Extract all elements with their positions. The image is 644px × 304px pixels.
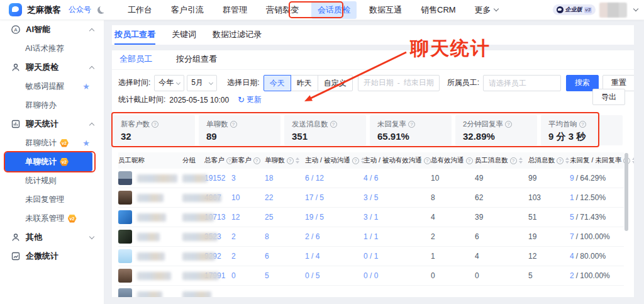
sidebar-item-10[interactable]: 未回复管理 [0, 190, 104, 209]
help-icon[interactable]: ? [352, 157, 359, 164]
brand-name: 芝麻微客 [27, 4, 61, 16]
cell-active_passive_effective[interactable]: 1 / 1 [364, 232, 431, 241]
nav-item-3[interactable]: 群管理 [216, 1, 253, 19]
sidebar-section-1[interactable]: AAI智能 [0, 20, 104, 39]
col-header-9[interactable]: 员工消息数? [475, 156, 528, 165]
cell-active_passive_effective[interactable]: 4 / 6 [364, 174, 431, 183]
help-icon[interactable]: ? [408, 121, 415, 128]
help-icon[interactable]: ? [253, 157, 260, 164]
sidebar-item-11[interactable]: 未联系管理v2 [0, 209, 104, 228]
cell-chats[interactable]: 6 [265, 252, 305, 261]
cell-chats[interactable]: 5 [265, 271, 305, 280]
date-button-3[interactable]: 自定义 [318, 75, 353, 91]
unreplied-count-link[interactable]: 4 [570, 252, 574, 261]
nav-item-4[interactable]: 营销裂变 [260, 1, 305, 19]
help-icon[interactable]: ? [152, 121, 158, 128]
nav-item-7[interactable]: 销售CRM [414, 1, 462, 19]
cell-new_customers[interactable]: 2 [231, 252, 265, 261]
sort-icon[interactable] [296, 157, 299, 164]
cell-active_passive[interactable]: 17 / 5 [305, 193, 364, 202]
cell-new_customers[interactable]: 2 [231, 232, 265, 241]
col-header-5[interactable]: 单聊数? [265, 156, 305, 165]
chart-icon [11, 119, 21, 129]
cell-chats[interactable]: 18 [265, 174, 305, 183]
date-button-1[interactable]: 今天 [264, 75, 291, 91]
sidebar-section-13[interactable]: 企微统计 [0, 247, 104, 266]
unreplied-count-link[interactable]: 5 [570, 213, 574, 222]
staff-input[interactable] [483, 75, 561, 91]
date-button-2[interactable]: 昨天 [291, 75, 318, 91]
sidebar-item-7[interactable]: 群聊统计v2★ [0, 133, 104, 152]
col-header-10[interactable]: 总消息数? [528, 156, 570, 165]
help-icon[interactable]: ? [466, 157, 473, 164]
cell-new_customers[interactable]: 10 [231, 193, 265, 202]
favorite-star-icon[interactable]: ★ [82, 139, 90, 147]
nav-item-2[interactable]: 客户引流 [165, 1, 210, 19]
tab-2[interactable]: 关键词 [172, 25, 196, 45]
col-header-8[interactable]: 总有效沟通? [431, 156, 475, 165]
help-icon[interactable]: ? [579, 121, 586, 128]
unreplied-count-link[interactable]: 1 [570, 193, 574, 202]
dark-mode-icon[interactable] [97, 6, 105, 14]
month-select[interactable]: 5月 [187, 75, 217, 91]
sidebar-item-label: 其他 [26, 232, 42, 243]
col-header-11[interactable]: 未回复 / 未回复率? [570, 156, 624, 165]
official-account-link[interactable]: 公众号 [69, 4, 91, 15]
user-avatar[interactable] [599, 3, 627, 18]
sidebar-item-2[interactable]: AI话术推荐 [0, 39, 104, 58]
help-icon[interactable]: ? [230, 121, 237, 128]
help-icon[interactable]: ? [424, 157, 431, 164]
sidebar-section-6[interactable]: 聊天统计 [0, 115, 104, 133]
col-header-7[interactable]: 主动 / 被动有效沟通? [364, 156, 431, 165]
cell-active_passive[interactable]: 2 / 6 [305, 232, 364, 241]
cell-active_passive[interactable]: 19 / 5 [305, 213, 364, 222]
date-range-input[interactable]: 开始日期 - 结束日期 [358, 75, 440, 91]
cell-active_passive_effective[interactable]: 3 / 1 [364, 213, 431, 222]
help-icon[interactable]: ? [330, 121, 337, 128]
cell-new_customers[interactable]: 3 [231, 174, 265, 183]
subtab-1[interactable]: 全部员工 [119, 53, 152, 65]
unreplied-count-link[interactable]: 9 [570, 174, 574, 183]
unreplied-count-link[interactable]: 2 [570, 271, 574, 280]
sidebar-item-5[interactable]: 群聊待办 [0, 96, 104, 115]
help-icon[interactable]: ? [287, 157, 294, 164]
sidebar-item-8[interactable]: 单聊统计v2 [5, 152, 92, 171]
nav-item-8[interactable]: 更多 [469, 1, 504, 19]
sidebar-item-9[interactable]: 统计规则 [0, 171, 104, 190]
cell-new_customers[interactable]: 12 [231, 213, 265, 222]
subtab-2[interactable]: 按分组查看 [176, 53, 217, 65]
sidebar-section-12[interactable]: 其他 [0, 228, 104, 247]
cell-new_customers[interactable]: 0 [231, 271, 265, 280]
col-header-6[interactable]: 主动 / 被动沟通? [305, 156, 364, 165]
cell-active_passive[interactable]: 6 / 12 [305, 174, 364, 183]
sidebar-section-3[interactable]: 聊天质检 [0, 58, 104, 77]
cell-active_passive[interactable]: 1 / 4 [305, 252, 364, 261]
sort-icon[interactable] [632, 157, 634, 164]
version-badge: v3 [584, 7, 592, 13]
cell-total_customers[interactable]: 19152 [204, 174, 231, 183]
tab-3[interactable]: 数据过滤记录 [213, 25, 262, 45]
nav-item-5[interactable]: 会话质检 [311, 1, 357, 19]
export-button[interactable]: 导出 [592, 89, 625, 105]
unreplied-count-link[interactable]: 7 [570, 232, 574, 241]
cell-active_passive_effective[interactable]: 0 / 1 [364, 252, 431, 261]
table-scrollbar[interactable] [625, 153, 628, 231]
cell-active_passive_effective[interactable]: 0 / 0 [364, 271, 431, 280]
sort-icon[interactable] [565, 157, 569, 164]
nav-item-1[interactable]: 工作台 [121, 1, 158, 19]
cell-chats[interactable]: 22 [265, 193, 305, 202]
sidebar-item-4[interactable]: 敏感词提醒★ [0, 77, 104, 96]
favorite-star-icon[interactable]: ★ [82, 82, 90, 91]
sort-icon[interactable] [519, 157, 523, 164]
help-icon[interactable]: ? [557, 157, 564, 164]
nav-item-6[interactable]: 数据互通 [363, 1, 408, 19]
cell-active_passive_effective[interactable]: 3 / 5 [364, 193, 431, 202]
cell-active_passive[interactable]: 0 / 5 [305, 271, 364, 280]
help-icon[interactable]: ? [510, 157, 517, 164]
help-icon[interactable]: ? [505, 121, 512, 128]
refresh-link[interactable]: ↻ 更新 [238, 94, 262, 105]
cell-chats[interactable]: 8 [265, 232, 305, 241]
cell-chats[interactable]: 25 [265, 213, 305, 222]
year-select[interactable]: 今年 [154, 75, 184, 91]
tab-1[interactable]: 按员工查看 [114, 25, 155, 45]
